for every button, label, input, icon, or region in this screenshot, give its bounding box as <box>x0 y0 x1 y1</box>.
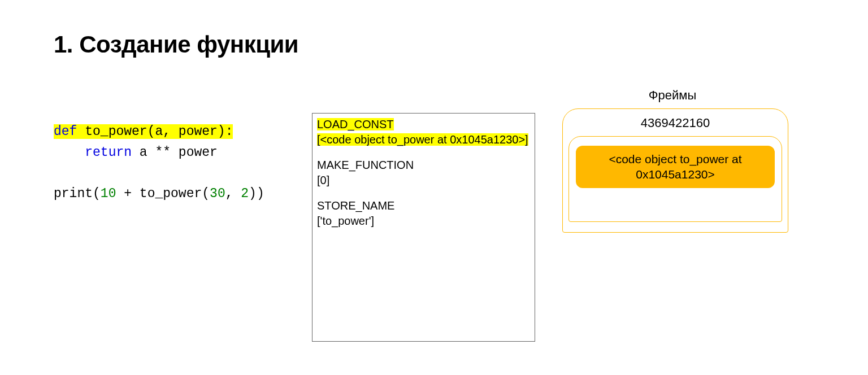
bytecode-panel: LOAD_CONST [<code object to_power at 0x1… <box>312 113 535 342</box>
arg-store-name: ['to_power'] <box>317 213 530 229</box>
opcode-load-const: LOAD_CONST <box>317 118 394 130</box>
stack-item-code-object: <code object to_power at 0x1045a1230> <box>576 146 775 188</box>
function-declaration: to_power(a, power) <box>77 124 225 139</box>
source-code: def to_power(a, power): return a ** powe… <box>54 121 264 204</box>
literal-2: 2 <box>241 186 249 201</box>
opcode-make-function: MAKE_FUNCTION <box>317 158 530 173</box>
literal-30: 30 <box>210 186 225 201</box>
keyword-return: return <box>85 145 132 160</box>
print-call-suffix: )) <box>249 186 264 201</box>
keyword-def: def <box>54 124 77 139</box>
comma: , <box>225 186 241 201</box>
literal-10: 10 <box>101 186 116 201</box>
arg-make-function: [0] <box>317 173 530 188</box>
slide-title: 1. Создание функции <box>54 31 298 58</box>
code-object-literal: <code object to_power at 0x1045a1230> <box>320 133 526 146</box>
arg-bracket-close: ] <box>525 133 528 146</box>
return-expression: a ** power <box>132 145 218 160</box>
frame-outer: 4369422160 <code object to_power at 0x10… <box>562 108 788 233</box>
frame-inner-stack: <code object to_power at 0x1045a1230> <box>568 136 782 222</box>
colon: : <box>225 124 233 139</box>
opcode-store-name: STORE_NAME <box>317 198 530 213</box>
frame-id: 4369422160 <box>568 116 782 130</box>
print-call-prefix: print( <box>54 186 101 201</box>
frames-label: Фреймы <box>639 88 706 103</box>
plus-and-call: + to_power( <box>116 186 210 201</box>
